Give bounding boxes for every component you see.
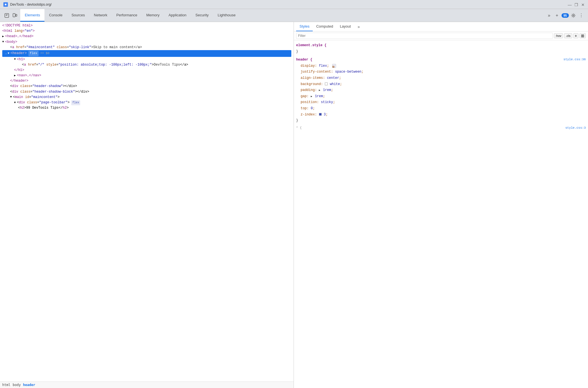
svg-rect-3 [13, 14, 15, 17]
html-line: ▼ <main id="maincontent"> [2, 95, 291, 100]
tab-computed[interactable]: Computed [313, 22, 336, 31]
expand-icon[interactable]: ▶ [319, 89, 320, 92]
elements-content[interactable]: <!DOCTYPE html> <html lang="en"> ▶ <head… [0, 22, 294, 382]
svg-rect-4 [16, 14, 17, 16]
html-line: </h1> [2, 68, 291, 73]
styles-toolbar: :hov .cls + ⊞ [294, 32, 588, 40]
svg-point-1 [5, 4, 6, 5]
tab-performance[interactable]: Performance [112, 9, 142, 22]
header-line-selected[interactable]: … ▼ <header> flex == $0 [2, 50, 291, 57]
css-prop-gap: gap: ▶ 1rem; [301, 94, 325, 98]
more-styles-icon[interactable]: » [355, 23, 362, 30]
tips-badge[interactable]: 95 [562, 13, 569, 18]
css-prop-justify: justify-content: space-between; [301, 70, 363, 74]
body-tag: <body> [5, 39, 17, 45]
device-icon[interactable] [11, 12, 18, 19]
h1-close-tag: </h1> [14, 68, 24, 73]
collapse-icon[interactable]: ▼ [8, 51, 9, 56]
css-prop-position: position: sticky; [301, 100, 335, 104]
maximize-button[interactable]: ❐ [574, 3, 578, 6]
expand-icon[interactable]: ▼ [14, 101, 16, 105]
main-tag: <main id="maincontent"> [13, 95, 60, 100]
h1-tag: <h1> [17, 57, 25, 62]
expand-icon[interactable]: ▼ [10, 95, 12, 99]
more-tabs-icon[interactable]: » [546, 12, 553, 19]
tab-network[interactable]: Network [90, 9, 112, 22]
titlebar-controls: — ❐ ✕ [568, 3, 585, 6]
expand-icon[interactable]: ▼ [2, 40, 4, 44]
cls-button[interactable]: .cls [564, 33, 572, 38]
css-prop-display: display: flex; ⊞ [301, 64, 336, 68]
expand-icon[interactable]: ▼ [14, 57, 16, 62]
breadcrumb-header[interactable]: header [23, 383, 35, 387]
header-shadow-block-tag: <div class="header-shadow-block"></div> [10, 89, 89, 95]
tab-lighthouse[interactable]: Lighthouse [213, 9, 240, 22]
hov-button[interactable]: :hov [554, 33, 563, 38]
tab-memory[interactable]: Memory [142, 9, 164, 22]
html-line: ▼ <h1> [2, 57, 291, 62]
tab-actions: » + 95 ⋮ [546, 9, 587, 22]
element-style-block: element.style { } [296, 43, 586, 55]
css-prop-zindex: z-index: 3; [301, 113, 328, 117]
titlebar-title: DevTools - devtoolstips.org/ [10, 3, 565, 6]
tab-sources[interactable]: Sources [67, 9, 90, 22]
html-tag: <html lang="en"> [2, 28, 35, 34]
new-tab-icon[interactable]: + [554, 12, 560, 19]
add-style-button[interactable]: + [573, 33, 578, 38]
breadcrumb-body[interactable]: body [13, 383, 21, 387]
expand-icon[interactable]: ▶ [311, 95, 312, 98]
customize-icon[interactable]: ⋮ [578, 12, 585, 19]
color-swatch-white[interactable] [325, 82, 328, 85]
expand-icon[interactable]: ▶ [2, 34, 4, 39]
head-tag: <head>…</head> [5, 34, 33, 39]
html-line: <!DOCTYPE html> [2, 23, 291, 28]
header-style-block: header { style.css:36 display: flex; ⊞ j… [296, 57, 586, 124]
main-layout: <!DOCTYPE html> <html lang="en"> ▶ <head… [0, 22, 588, 388]
tab-console[interactable]: Console [44, 9, 67, 22]
element-selector: element.style { [296, 43, 327, 47]
color-swatch-blue[interactable] [319, 113, 322, 116]
titlebar: DevTools - devtoolstips.org/ — ❐ ✕ [0, 0, 588, 9]
flex-badge: flex [71, 100, 80, 105]
minimize-button[interactable]: — [568, 3, 571, 6]
tab-security[interactable]: Security [191, 9, 213, 22]
inspect-icon[interactable] [3, 12, 10, 19]
tab-application[interactable]: Application [164, 9, 191, 22]
html-line: <div class="header-shadow-block"></div> [2, 89, 291, 95]
breadcrumb-html[interactable]: html [2, 383, 10, 387]
html-line: <h2>99 DevTools Tips</h2> [2, 105, 291, 111]
style-link[interactable]: style.css:36 [564, 57, 586, 63]
html-line: </header> [2, 78, 291, 84]
svg-point-5 [573, 15, 574, 16]
header-selector: header { [296, 58, 312, 62]
tab-layout[interactable]: Layout [336, 22, 354, 31]
styles-panel: Styles Computed Layout » :hov .cls + ⊞ e… [294, 22, 588, 388]
nav-tag: <nav>…</nav> [17, 73, 41, 78]
css-prop-top: top: 0; [301, 106, 315, 110]
styles-tabs: Styles Computed Layout » [294, 22, 588, 32]
html-line: <html lang="en"> [2, 28, 291, 34]
new-rule-button[interactable]: ⊞ [580, 33, 586, 38]
html-line: <a href="/" style="position: absolute;to… [2, 62, 291, 68]
a-tag: <a href="#maincontent" class="skip-link"… [10, 45, 142, 50]
css-prop-align: align-items: center; [301, 76, 341, 80]
header-shadow-tag: <div class="header-shadow"></div> [10, 84, 77, 89]
doctype-tag: <!DOCTYPE html> [2, 23, 33, 28]
more-styles-link: * { style.css:3 [296, 126, 586, 130]
header-close-tag: </header> [10, 78, 28, 84]
page-toolbar-tag: <div class="page-toolbar"> [17, 100, 70, 105]
html-line: <a href="#maincontent" class="skip-link"… [2, 45, 291, 50]
a-inner-tag: <a href="/" style="position: absolute;to… [22, 62, 188, 68]
html-line: ▼ <div class="page-toolbar"> flex [2, 100, 291, 105]
styles-content: element.style { } header { style.css:36 … [294, 40, 588, 388]
close-button[interactable]: ✕ [581, 3, 585, 6]
tab-styles[interactable]: Styles [296, 22, 313, 31]
filter-input[interactable] [296, 33, 553, 39]
tab-elements[interactable]: Elements [20, 9, 44, 22]
expand-icon[interactable]: ▶ [14, 73, 16, 78]
css-prop-padding: padding: ▶ 1rem; [301, 88, 333, 92]
grid-icon[interactable]: ⊞ [332, 64, 336, 68]
settings-icon[interactable] [570, 12, 577, 19]
html-line: ▶ <head>…</head> [2, 34, 291, 39]
more-link[interactable]: style.css:3 [565, 126, 586, 130]
